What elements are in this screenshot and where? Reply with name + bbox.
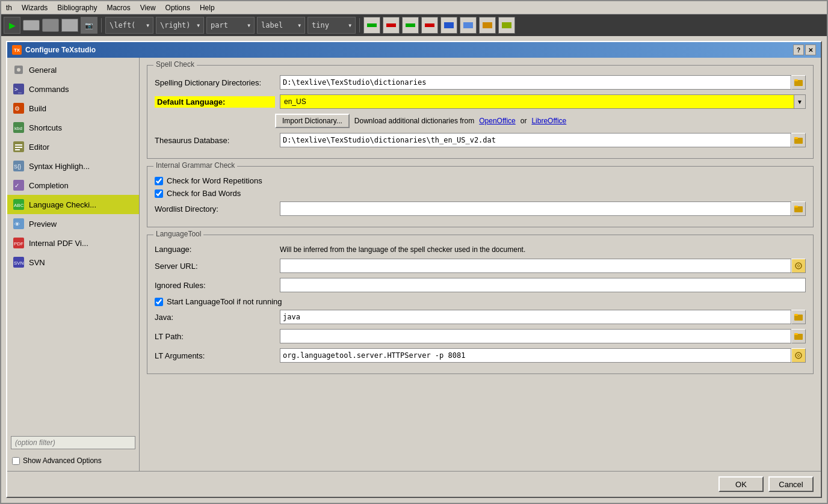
lt-path-input[interactable] [280, 329, 791, 343]
sidebar-item-completion[interactable]: ✓ Completion [7, 176, 139, 195]
java-label: Java: [155, 313, 275, 322]
menu-th[interactable]: th [1, 2, 17, 13]
sidebar-item-language[interactable]: ABC Language Checki... [7, 195, 139, 214]
svg-text:✓: ✓ [14, 182, 19, 189]
sidebar-label-syntax: Syntax Highligh... [29, 162, 90, 171]
menu-options[interactable]: Options [161, 2, 195, 13]
java-input[interactable] [280, 310, 791, 324]
sidebar: General >_ Commands ⚙ Build [7, 58, 140, 471]
syntax-icon: S{} [12, 159, 25, 173]
dict-dir-input[interactable] [280, 75, 791, 90]
sidebar-label-editor: Editor [29, 143, 49, 152]
dialog-help-btn[interactable]: ? [793, 45, 804, 55]
toolbar-color3[interactable] [402, 17, 419, 34]
wordlist-input[interactable] [280, 201, 791, 216]
toolbar-color4[interactable] [421, 17, 438, 34]
spell-check-group: Spell Check Spelling Dictionary Director… [147, 65, 814, 159]
thesaurus-input-container [280, 133, 806, 147]
toolbar-color7[interactable] [479, 17, 496, 34]
svg-rect-27 [794, 137, 798, 139]
toolbar-run-btn[interactable]: ▶ [4, 17, 20, 34]
default-lang-dropdown-btn[interactable]: ▼ [794, 94, 806, 109]
dict-dir-input-container [280, 75, 806, 90]
toolbar-label[interactable]: label▼ [257, 17, 305, 34]
toolbar-btn4[interactable] [61, 19, 78, 32]
toolbar-sep1 [101, 18, 102, 32]
svg-rect-34 [794, 333, 798, 335]
sidebar-item-preview[interactable]: 👁 Preview [7, 214, 139, 233]
cancel-btn[interactable]: Cancel [768, 476, 814, 492]
ignored-rules-input[interactable] [280, 278, 806, 292]
ok-btn[interactable]: OK [718, 476, 764, 492]
toolbar-color2[interactable] [383, 17, 400, 34]
toolbar-img-btn[interactable]: 📷 [81, 17, 97, 34]
check-bad-words-checkbox[interactable] [155, 189, 163, 198]
svg-rect-29 [794, 206, 798, 207]
option-filter-container [7, 432, 139, 453]
dialog-titlebar: TX Configure TeXstudio ? ✕ [7, 42, 821, 58]
lt-args-input-container [280, 348, 806, 363]
check-repetitions-label: Check for Word Repetitions [167, 176, 262, 185]
openoffice-link[interactable]: OpenOffice [479, 117, 515, 125]
dialog-close-btn[interactable]: ✕ [805, 45, 816, 55]
sidebar-label-build: Build [29, 104, 46, 113]
toolbar-btn3[interactable] [42, 19, 59, 32]
menu-bibliography[interactable]: Bibliography [52, 2, 102, 13]
toolbar-right-paren[interactable]: \right)▼ [156, 17, 204, 34]
svg-text:ABC: ABC [14, 203, 24, 208]
terminal-icon: >_ [12, 82, 25, 96]
lt-language-note: Will be inferred from the language of th… [280, 245, 525, 254]
menu-wizards[interactable]: Wizards [17, 2, 52, 13]
toolbar-color1[interactable] [363, 17, 380, 34]
sidebar-item-general[interactable]: General [7, 60, 139, 79]
sidebar-item-build[interactable]: ⚙ Build [7, 99, 139, 118]
toolbar-part[interactable]: part▼ [206, 17, 255, 34]
thesaurus-label: Thesaurus Database: [155, 136, 275, 145]
sidebar-item-svn[interactable]: SVN SVN [7, 253, 139, 272]
show-advanced-container: Show Advanced Options [7, 453, 139, 469]
thesaurus-input[interactable] [280, 133, 791, 147]
libreoffice-link[interactable]: LibreOffice [531, 117, 566, 125]
dict-dir-label: Spelling Dictionary Directories: [155, 78, 275, 87]
toolbar-color6[interactable] [460, 17, 477, 34]
svg-text:kbd: kbd [14, 126, 22, 131]
toolbar-color5[interactable] [440, 17, 457, 34]
svg-rect-10 [15, 147, 22, 148]
option-filter-input[interactable] [11, 436, 135, 449]
menu-view[interactable]: View [135, 2, 161, 13]
sidebar-item-commands[interactable]: >_ Commands [7, 79, 139, 99]
menu-macros[interactable]: Macros [102, 2, 135, 13]
menu-help[interactable]: Help [195, 2, 220, 13]
lt-path-browse-btn[interactable] [791, 329, 806, 343]
import-dict-btn[interactable]: Import Dictionary... [275, 114, 350, 128]
server-url-input-container [280, 259, 806, 273]
sidebar-item-pdf[interactable]: PDF Internal PDF Vi... [7, 233, 139, 253]
start-lt-checkbox[interactable] [155, 298, 163, 306]
server-url-input[interactable] [280, 259, 791, 273]
lt-path-row: LT Path: [155, 329, 806, 343]
wordlist-browse-btn[interactable] [791, 201, 806, 216]
or-text: or [521, 117, 527, 125]
java-browse-btn[interactable] [791, 310, 806, 324]
toolbar-tiny[interactable]: tiny▼ [307, 17, 356, 34]
sidebar-item-syntax[interactable]: S{} Syntax Highligh... [7, 156, 139, 176]
toolbar-left-paren[interactable]: \left(▼ [105, 17, 153, 34]
ignored-rules-label: Ignored Rules: [155, 281, 275, 290]
sidebar-item-editor[interactable]: Editor [7, 137, 139, 156]
lt-args-btn[interactable] [791, 348, 806, 363]
gear-icon [12, 63, 25, 76]
show-advanced-checkbox[interactable] [12, 457, 20, 465]
sidebar-item-shortcuts[interactable]: kbd Shortcuts [7, 118, 139, 137]
toolbar-color8[interactable] [498, 17, 515, 34]
dict-dir-browse-btn[interactable] [791, 75, 806, 90]
lt-args-input[interactable] [280, 348, 791, 363]
toolbar-stop-btn[interactable] [23, 20, 40, 31]
folder-icon5 [794, 332, 803, 340]
sidebar-label-general: General [29, 66, 57, 75]
server-url-browse-btn[interactable] [791, 259, 806, 273]
default-lang-value: en_US [280, 94, 794, 109]
check-repetitions-checkbox[interactable] [155, 177, 163, 185]
dialog-footer: OK Cancel [7, 471, 821, 497]
thesaurus-browse-btn[interactable] [791, 133, 806, 147]
check-bad-words-label: Check for Bad Words [167, 189, 241, 198]
